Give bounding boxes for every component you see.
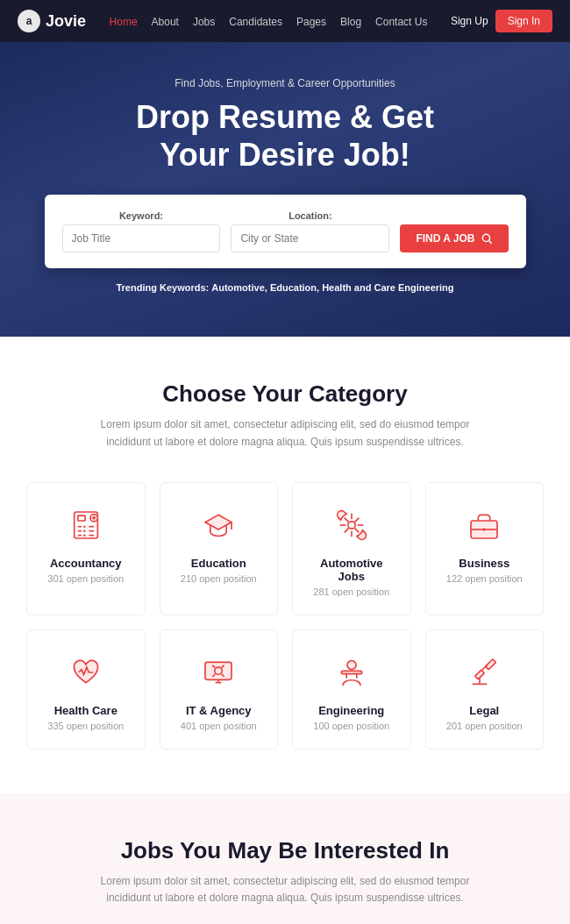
categories-section: Choose Your Category Lorem ipsum dolor s… <box>0 337 570 793</box>
jobs-desc: Lorem ipsum dolor sit amet, consectetur … <box>92 873 478 906</box>
hero-subtitle: Find Jobs, Employment & Career Opportuni… <box>18 77 552 89</box>
signup-button[interactable]: Sign Up <box>451 15 488 27</box>
categories-title: Choose Your Category <box>26 380 544 408</box>
search-icon <box>481 232 493 245</box>
engineer-icon <box>331 651 373 693</box>
keyword-label: Keyword: <box>62 210 221 221</box>
nav-links: Home About Jobs Candidates Pages Blog Co… <box>110 13 428 29</box>
category-card-legal[interactable]: Legal 201 open position <box>425 629 545 750</box>
svg-rect-35 <box>341 671 361 673</box>
category-card-automotive[interactable]: Automotive Jobs 281 open position <box>292 482 411 615</box>
monitor-icon <box>197 651 239 693</box>
cat-name-legal: Legal <box>440 704 530 717</box>
category-grid: Accountancy 301 open position Education … <box>26 482 544 750</box>
brand-name: Jovie <box>46 12 86 31</box>
cat-positions-automotive: 281 open position <box>307 586 396 597</box>
svg-rect-40 <box>475 670 485 679</box>
cat-positions-education: 210 open position <box>175 573 264 584</box>
location-field: Location: <box>231 210 389 252</box>
briefcase-icon <box>463 504 505 546</box>
find-job-button[interactable]: FIND A JOB <box>400 224 508 252</box>
svg-point-0 <box>482 235 489 242</box>
cat-name-accountancy: Accountancy <box>41 557 131 570</box>
calculator-icon <box>65 504 107 546</box>
nav-item-candidates[interactable]: Candidates <box>229 13 282 29</box>
keyword-field: Keyword: <box>62 210 221 252</box>
category-card-it[interactable]: IT & Agency 401 open position <box>160 629 279 750</box>
location-input[interactable] <box>231 224 389 252</box>
nav-item-contact[interactable]: Contact Us <box>375 13 427 29</box>
hero-content: Find Jobs, Employment & Career Opportuni… <box>18 77 552 293</box>
cat-name-healthcare: Health Care <box>41 704 131 717</box>
nav-item-home[interactable]: Home <box>110 13 138 29</box>
cat-positions-accountancy: 301 open position <box>41 573 131 584</box>
category-card-accountancy[interactable]: Accountancy 301 open position <box>26 482 146 615</box>
jobs-title: Jobs You May Be Interested In <box>26 837 544 864</box>
hero-title: Drop Resume & Get Your Desire Job! <box>18 98 552 174</box>
signin-button[interactable]: Sign In <box>495 10 552 32</box>
cat-name-education: Education <box>175 557 264 570</box>
cat-name-engineering: Engineering <box>307 704 396 717</box>
heartbeat-icon <box>65 651 107 693</box>
graduation-icon <box>197 504 239 546</box>
trending-bar: Trending Keywords: Automotive, Education… <box>18 282 552 293</box>
logo[interactable]: a Jovie <box>18 10 86 32</box>
nav-item-blog[interactable]: Blog <box>340 13 361 29</box>
cat-positions-legal: 201 open position <box>440 721 530 731</box>
category-card-healthcare[interactable]: Health Care 335 open position <box>26 629 146 750</box>
search-box: Keyword: Location: FIND A JOB <box>45 195 526 268</box>
cat-name-it: IT & Agency <box>175 704 264 717</box>
category-card-engineering[interactable]: Engineering 100 open position <box>292 629 411 750</box>
hero-section: Find Jobs, Employment & Career Opportuni… <box>0 42 570 337</box>
category-card-business[interactable]: Business 122 open position <box>425 482 545 615</box>
svg-point-18 <box>348 522 355 529</box>
svg-point-34 <box>347 660 356 669</box>
trending-keywords: Automotive, Education, Health and Care E… <box>211 282 453 293</box>
nav-item-about[interactable]: About <box>152 13 179 29</box>
nav-actions: Sign Up Sign In <box>451 10 552 32</box>
wrench-icon <box>331 504 373 546</box>
svg-marker-16 <box>205 515 232 530</box>
categories-desc: Lorem ipsum dolor sit amet, consectetur … <box>92 416 478 450</box>
svg-rect-3 <box>78 515 85 521</box>
cat-positions-engineering: 100 open position <box>307 721 396 731</box>
nav-item-pages[interactable]: Pages <box>296 13 326 29</box>
cat-positions-healthcare: 335 open position <box>41 721 131 731</box>
cat-positions-business: 122 open position <box>440 573 530 584</box>
svg-rect-26 <box>205 662 232 679</box>
jobs-section: Jobs You May Be Interested In Lorem ipsu… <box>0 793 570 924</box>
logo-icon: a <box>18 10 40 32</box>
category-card-education[interactable]: Education 210 open position <box>160 482 279 615</box>
cat-name-business: Business <box>440 557 530 570</box>
gavel-icon <box>463 651 505 693</box>
cat-positions-it: 401 open position <box>175 721 264 731</box>
location-label: Location: <box>231 210 389 221</box>
cat-name-automotive: Automotive Jobs <box>307 557 396 583</box>
navbar: a Jovie Home About Jobs Candidates Pages… <box>0 0 570 42</box>
svg-line-1 <box>488 241 491 244</box>
keyword-input[interactable] <box>62 224 221 252</box>
nav-item-jobs[interactable]: Jobs <box>193 13 215 29</box>
